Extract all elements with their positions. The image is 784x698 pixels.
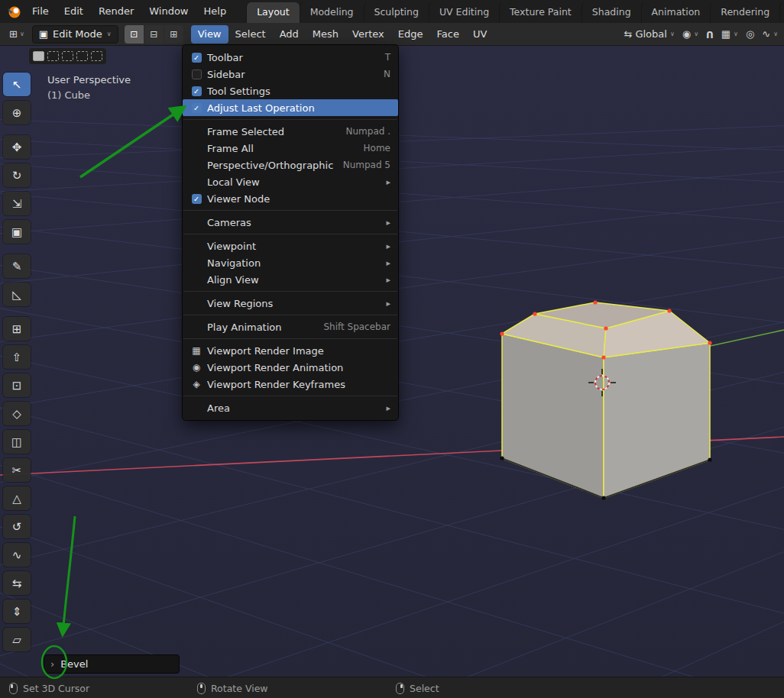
menu-face[interactable]: Face xyxy=(430,25,466,44)
tool-select-box[interactable]: ↖ xyxy=(3,73,31,96)
select-set-icon[interactable] xyxy=(33,51,44,61)
menu-shortcut: Home xyxy=(364,143,390,153)
tool-loop-cut[interactable]: ◫ xyxy=(3,430,31,454)
menu-add[interactable]: Add xyxy=(273,25,306,44)
topbar-menu-render[interactable]: Render xyxy=(91,0,141,23)
menu-uv[interactable]: UV xyxy=(466,25,494,44)
operator-panel-label: Bevel xyxy=(60,658,88,670)
menu-item-perspective-orthographic[interactable]: Perspective/OrthographicNumpad 5 xyxy=(183,157,398,173)
tab-sculpting[interactable]: Sculpting xyxy=(364,2,429,23)
editor-type-dropdown[interactable]: ⊞ ∨ xyxy=(5,25,29,44)
select-subtract-icon[interactable] xyxy=(62,51,73,61)
tool-shrink-fatten[interactable]: ⇕ xyxy=(3,599,31,623)
expand-arrow-icon[interactable]: › xyxy=(50,658,54,670)
menu-item-label: Align View xyxy=(207,274,377,286)
tab-shading[interactable]: Shading xyxy=(582,2,641,23)
falloff-dropdown[interactable]: ∿ ∨ xyxy=(762,28,778,40)
menu-item-area[interactable]: Area▸ xyxy=(183,399,398,416)
chevron-down-icon: ∨ xyxy=(694,31,698,37)
menu-item-view-regions[interactable]: View Regions▸ xyxy=(183,295,398,312)
menu-edge[interactable]: Edge xyxy=(391,25,430,44)
menu-select[interactable]: Select xyxy=(228,25,273,44)
checkbox-checked-icon: ✓ xyxy=(192,53,202,63)
menu-vertex[interactable]: Vertex xyxy=(345,25,391,44)
menu-item-label: Toolbar xyxy=(207,52,376,63)
tool-poly-build[interactable]: △ xyxy=(3,486,31,510)
select-invert-icon[interactable] xyxy=(76,51,88,61)
topbar-menu-edit[interactable]: Edit xyxy=(57,0,91,23)
menu-item-cameras[interactable]: Cameras▸ xyxy=(183,214,398,231)
menu-separator xyxy=(183,234,397,234)
tool-bevel[interactable]: ◇ xyxy=(3,402,31,425)
tab-compositing[interactable]: Compositing xyxy=(779,2,784,23)
tool-transform[interactable]: ▣ xyxy=(3,220,31,244)
menu-item-viewport-render-keyframes[interactable]: ◈Viewport Render Keyframes xyxy=(183,376,398,393)
pivot-point-dropdown[interactable]: ◉ ∨ xyxy=(682,28,698,40)
tool-extrude-region[interactable]: ⇧ xyxy=(3,345,31,369)
tab-rendering[interactable]: Rendering xyxy=(710,2,779,23)
face-select-mode[interactable]: ⊞ xyxy=(164,25,183,44)
menu-item-navigation[interactable]: Navigation▸ xyxy=(183,254,398,271)
render-image-icon: ▦ xyxy=(187,345,206,356)
tool-cursor[interactable]: ⊕ xyxy=(3,101,31,124)
annotate-icon: ✎ xyxy=(12,260,22,273)
tool-add-cube[interactable]: ⊞ xyxy=(3,317,31,341)
vertex-select-mode[interactable]: ⊡ xyxy=(125,25,144,44)
cube-mesh[interactable] xyxy=(500,300,711,499)
status-rotate-view: Rotate View xyxy=(197,677,268,698)
snap-toggle[interactable]: U xyxy=(706,29,714,40)
menu-item-viewer-node[interactable]: ✓Viewer Node xyxy=(183,190,398,207)
tool-knife[interactable]: ✂ xyxy=(3,458,31,482)
tool-edge-slide[interactable]: ⇆ xyxy=(3,571,31,595)
tool-spin[interactable]: ↺ xyxy=(3,515,31,538)
tab-layout[interactable]: Layout xyxy=(246,2,300,23)
blender-logo-icon[interactable] xyxy=(6,4,21,19)
chevron-down-icon: ∨ xyxy=(20,31,24,37)
menu-item-frame-selected[interactable]: Frame SelectedNumpad . xyxy=(183,123,398,140)
tab-modeling[interactable]: Modeling xyxy=(300,2,364,23)
tool-measure[interactable]: ◺ xyxy=(3,283,31,306)
menu-item-toolbar[interactable]: ✓ToolbarT xyxy=(183,49,398,66)
checkbox-unchecked-icon xyxy=(192,69,202,79)
menu-item-viewport-render-animation[interactable]: ◉Viewport Render Animation xyxy=(183,359,398,376)
menu-item-sidebar[interactable]: SidebarN xyxy=(183,66,398,82)
topbar-menu-file[interactable]: File xyxy=(24,0,57,23)
menu-item-align-view[interactable]: Align View▸ xyxy=(183,271,398,288)
menu-item-adjust-last-operation[interactable]: ✓Adjust Last Operation xyxy=(183,99,398,116)
topbar-menu-window[interactable]: Window xyxy=(141,0,196,23)
menu-mesh[interactable]: Mesh xyxy=(306,25,345,44)
tool-smooth[interactable]: ∿ xyxy=(3,543,31,567)
tool-scale[interactable]: ⇲ xyxy=(3,192,31,215)
menu-item-play-animation[interactable]: Play AnimationShift Spacebar xyxy=(183,318,398,335)
tab-texture-paint[interactable]: Texture Paint xyxy=(499,2,582,23)
tab-uv-editing[interactable]: UV Editing xyxy=(429,2,499,23)
tool-shear[interactable]: ▱ xyxy=(3,628,31,651)
menu-item-frame-all[interactable]: Frame AllHome xyxy=(183,140,398,157)
knife-icon: ✂ xyxy=(12,464,22,477)
mode-label: Edit Mode xyxy=(53,28,102,40)
tool-move[interactable]: ✥ xyxy=(3,135,31,159)
operator-panel-bevel[interactable]: › Bevel xyxy=(44,654,180,674)
tool-inset-faces[interactable]: ⊡ xyxy=(3,373,31,397)
object-info-label: (1) Cube xyxy=(47,88,131,103)
menu-separator xyxy=(183,291,397,292)
menu-item-viewport-render-image[interactable]: ▦Viewport Render Image xyxy=(183,342,398,359)
edge-select-mode[interactable]: ⊟ xyxy=(144,25,164,44)
select-extend-icon[interactable] xyxy=(47,51,59,61)
topbar-menu-help[interactable]: Help xyxy=(196,0,235,23)
menu-item-viewpoint[interactable]: Viewpoint▸ xyxy=(183,238,398,254)
magnet-icon: U xyxy=(706,29,714,40)
tab-animation[interactable]: Animation xyxy=(641,2,711,23)
snap-settings-dropdown[interactable]: ▦ ∨ xyxy=(721,28,738,40)
menu-item-tool-settings[interactable]: ✓Tool Settings xyxy=(183,82,398,99)
menu-separator xyxy=(183,119,397,120)
menu-separator xyxy=(183,210,397,211)
menu-item-local-view[interactable]: Local View▸ xyxy=(183,173,398,190)
proportional-editing-toggle[interactable]: ◎ xyxy=(746,28,754,40)
menu-view[interactable]: View xyxy=(191,25,228,44)
transform-orientation-dropdown[interactable]: ⇆ Global ∨ xyxy=(624,28,675,40)
mode-dropdown[interactable]: ▣ Edit Mode ∨ xyxy=(32,25,118,44)
select-intersect-icon[interactable] xyxy=(91,51,102,61)
tool-rotate[interactable]: ↻ xyxy=(3,163,31,187)
tool-annotate[interactable]: ✎ xyxy=(3,254,31,278)
